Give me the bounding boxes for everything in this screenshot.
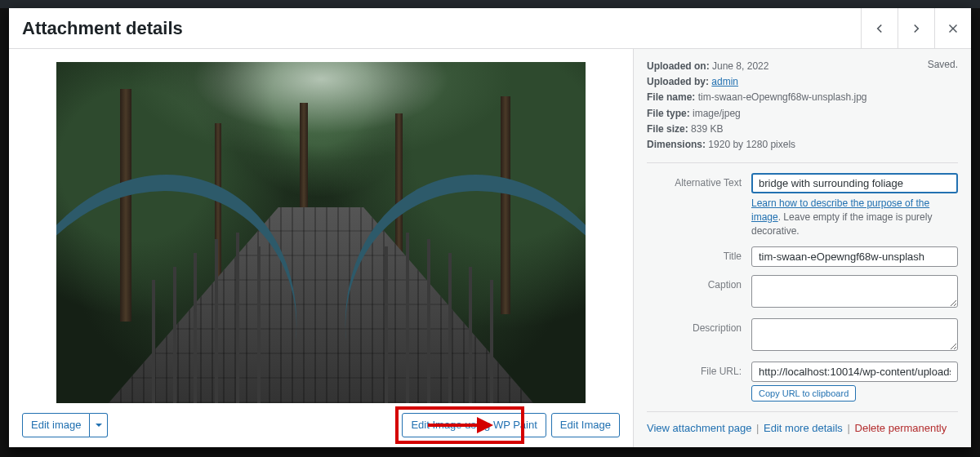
- attachment-sidebar: Saved. Uploaded on: June 8, 2022 Uploade…: [634, 49, 971, 447]
- close-button[interactable]: [934, 8, 971, 48]
- file-type-label: File type:: [647, 108, 690, 119]
- file-type-value: image/jpeg: [693, 108, 741, 119]
- caption-input[interactable]: [751, 275, 958, 308]
- prev-button[interactable]: [861, 8, 898, 48]
- modal-body: Edit image Edit Image using WP Paint Edi…: [9, 49, 971, 447]
- uploaded-on-label: Uploaded on:: [647, 60, 710, 72]
- attachment-image: [56, 62, 586, 403]
- modal-header: Attachment details: [9, 8, 971, 49]
- alt-text-label: Alternative Text: [647, 173, 751, 189]
- description-label: Description: [647, 318, 751, 334]
- file-size-label: File size:: [647, 123, 688, 135]
- uploaded-by-link[interactable]: admin: [711, 76, 738, 87]
- divider: [647, 162, 958, 163]
- edit-image-button-2[interactable]: Edit Image: [551, 413, 620, 437]
- view-attachment-link[interactable]: View attachment page: [647, 422, 751, 434]
- attachment-details-modal: Attachment details: [9, 8, 971, 447]
- file-name-label: File name:: [647, 91, 695, 103]
- alt-text-row: Alternative Text Learn how to describe t…: [647, 173, 958, 237]
- edit-image-split-button: Edit image: [22, 413, 108, 437]
- dimensions-value: 1920 by 1280 pixels: [708, 139, 795, 150]
- media-actions: Edit image Edit Image using WP Paint Edi…: [22, 403, 620, 437]
- sidebar-links: View attachment page | Edit more details…: [647, 422, 958, 434]
- edit-more-details-link[interactable]: Edit more details: [764, 422, 843, 434]
- next-button[interactable]: [898, 8, 934, 48]
- description-input[interactable]: [751, 318, 958, 351]
- title-label: Title: [647, 246, 751, 262]
- title-input[interactable]: [751, 246, 958, 267]
- modal-title: Attachment details: [9, 18, 196, 39]
- file-url-label: File URL:: [647, 362, 751, 377]
- title-row: Title: [647, 246, 958, 267]
- file-url-row: File URL: Copy URL to clipboard: [647, 362, 958, 402]
- edit-image-button[interactable]: Edit image: [22, 413, 90, 437]
- alt-text-input[interactable]: [751, 173, 958, 193]
- uploaded-by-label: Uploaded by:: [647, 76, 709, 87]
- file-name-value: tim-swaan-eOpewngf68w-unsplash.jpg: [698, 91, 867, 103]
- meta-list: Uploaded on: June 8, 2022 Uploaded by: a…: [647, 59, 958, 153]
- modal-nav: [861, 8, 971, 48]
- description-row: Description: [647, 318, 958, 353]
- caption-label: Caption: [647, 275, 751, 291]
- right-actions: Edit Image using WP Paint Edit Image: [402, 413, 620, 437]
- alt-help-text: Learn how to describe the purpose of the…: [751, 197, 958, 237]
- alt-help-suffix: . Leave empty if the image is purely dec…: [751, 211, 932, 237]
- dimensions-label: Dimensions:: [647, 139, 706, 150]
- caret-down-icon: [95, 421, 103, 429]
- uploaded-on-value: June 8, 2022: [712, 60, 768, 72]
- copy-url-button[interactable]: Copy URL to clipboard: [751, 385, 856, 402]
- file-size-value: 839 KB: [691, 123, 723, 135]
- chevron-left-icon: [872, 21, 887, 36]
- chevron-right-icon: [909, 21, 924, 36]
- media-view: Edit image Edit Image using WP Paint Edi…: [9, 49, 634, 447]
- file-url-input[interactable]: [751, 362, 958, 382]
- edit-wp-paint-button[interactable]: Edit Image using WP Paint: [402, 413, 546, 437]
- saved-status: Saved.: [928, 59, 958, 70]
- wp-admin-bar: [0, 0, 980, 8]
- close-icon: [946, 21, 960, 36]
- delete-permanently-link[interactable]: Delete permanently: [855, 422, 947, 434]
- edit-image-dropdown[interactable]: [90, 413, 108, 437]
- caption-row: Caption: [647, 275, 958, 310]
- divider: [647, 411, 958, 412]
